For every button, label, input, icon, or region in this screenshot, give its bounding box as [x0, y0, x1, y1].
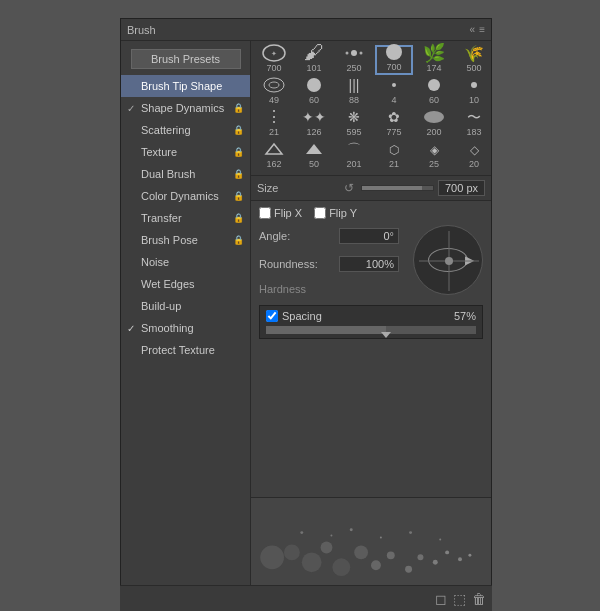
svg-text:⬡: ⬡: [389, 143, 399, 157]
size-reset-button[interactable]: ↺: [341, 180, 357, 196]
brush-size-18: 183: [466, 127, 481, 137]
menu-icon[interactable]: ≡: [479, 24, 485, 35]
sidebar-item-build-up[interactable]: Build-up: [121, 295, 250, 317]
flip-y-checkbox[interactable]: [314, 207, 326, 219]
brush-thumb-22[interactable]: ⬡ 21: [375, 141, 413, 171]
brush-size-4: 700: [386, 62, 401, 72]
flip-x-item: Flip X: [259, 207, 302, 219]
sidebar-item-transfer[interactable]: Transfer 🔒: [121, 207, 250, 229]
flip-y-item: Flip Y: [314, 207, 357, 219]
brush-thumb-13[interactable]: ⋮ 21: [255, 109, 293, 139]
svg-text:✦: ✦: [271, 50, 277, 57]
svg-point-14: [428, 79, 440, 91]
brush-thumb-10[interactable]: 4: [375, 77, 413, 107]
brush-thumb-7[interactable]: 49: [255, 77, 293, 107]
svg-text:🌿: 🌿: [423, 43, 446, 63]
flip-row: Flip X Flip Y: [259, 207, 483, 219]
svg-text:⌒: ⌒: [347, 141, 361, 157]
panel-icons: « ≡: [470, 24, 485, 35]
angle-value[interactable]: 0°: [339, 228, 399, 244]
sidebar-item-wet-edges[interactable]: Wet Edges: [121, 273, 250, 295]
svg-point-44: [468, 554, 471, 557]
sidebar-item-shape-dynamics[interactable]: ✓ Shape Dynamics 🔒: [121, 97, 250, 119]
brush-thumb-3[interactable]: 250: [335, 45, 373, 75]
lock-icon-brush-pose: 🔒: [233, 235, 244, 245]
spacing-checkbox[interactable]: [266, 310, 278, 322]
brush-thumb-15[interactable]: ❋ 595: [335, 109, 373, 139]
svg-point-10: [269, 82, 279, 88]
roundness-value[interactable]: 100%: [339, 256, 399, 272]
svg-text:⋮: ⋮: [266, 108, 282, 125]
sidebar-item-noise[interactable]: Noise: [121, 251, 250, 273]
brush-thumb-8[interactable]: 60: [295, 77, 333, 107]
sidebar-item-scattering[interactable]: Scattering 🔒: [121, 119, 250, 141]
brush-presets-button[interactable]: Brush Presets: [131, 49, 241, 69]
brush-size-22: 21: [389, 159, 399, 169]
sidebar-item-smoothing[interactable]: ✓ Smoothing: [121, 317, 250, 339]
svg-text:|||: |||: [349, 77, 360, 93]
svg-point-35: [332, 558, 350, 576]
sidebar-item-dual-brush[interactable]: Dual Brush 🔒: [121, 163, 250, 185]
hardness-label: Hardness: [259, 281, 405, 295]
brush-thumb-24[interactable]: ◇ 20: [455, 141, 491, 171]
sidebar-label-dual-brush: Dual Brush: [141, 168, 231, 180]
check-smoothing: ✓: [127, 323, 141, 334]
spacing-slider-fill: [266, 326, 386, 334]
save-brush-icon[interactable]: ⬚: [453, 591, 466, 607]
brush-thumb-9[interactable]: ||| 88: [335, 77, 373, 107]
delete-brush-icon[interactable]: 🗑: [472, 591, 486, 607]
panel-title: Brush: [127, 24, 156, 36]
sidebar-item-protect-texture[interactable]: Protect Texture: [121, 339, 250, 361]
brush-size-16: 775: [386, 127, 401, 137]
brush-thumb-5[interactable]: 🌿 174: [415, 45, 453, 75]
flip-y-label: Flip Y: [329, 207, 357, 219]
lock-icon-color-dynamics: 🔒: [233, 191, 244, 201]
brush-thumb-21[interactable]: ⌒ 201: [335, 141, 373, 171]
sidebar-label-texture: Texture: [141, 146, 231, 158]
svg-point-3: [351, 50, 357, 56]
svg-point-48: [380, 537, 382, 539]
sidebar-item-color-dynamics[interactable]: Color Dynamics 🔒: [121, 185, 250, 207]
sidebar-item-brush-pose[interactable]: Brush Pose 🔒: [121, 229, 250, 251]
sidebar-item-texture[interactable]: Texture 🔒: [121, 141, 250, 163]
brush-grid: ✦ 700 🖌 101 250: [251, 41, 491, 176]
brush-size-1: 700: [266, 63, 281, 73]
brush-thumb-23[interactable]: ◈ 25: [415, 141, 453, 171]
brush-thumb-18[interactable]: 〜 183: [455, 109, 491, 139]
sidebar-item-brush-tip-shape[interactable]: Brush Tip Shape: [121, 75, 250, 97]
brush-thumb-12[interactable]: 10: [455, 77, 491, 107]
brush-thumb-14[interactable]: ✦✦ 126: [295, 109, 333, 139]
flip-x-label: Flip X: [274, 207, 302, 219]
size-slider[interactable]: [361, 185, 434, 191]
sidebar-label-shape-dynamics: Shape Dynamics: [141, 102, 231, 114]
spacing-slider[interactable]: [266, 326, 476, 334]
brush-thumb-16[interactable]: ✿ 775: [375, 109, 413, 139]
create-new-icon[interactable]: ◻: [435, 591, 447, 607]
brush-thumb-19[interactable]: 162: [255, 141, 293, 171]
collapse-icon[interactable]: «: [470, 24, 476, 35]
brush-thumb-4[interactable]: 700: [375, 45, 413, 75]
angle-visual[interactable]: ▶: [413, 225, 483, 295]
sidebar-label-color-dynamics: Color Dynamics: [141, 190, 231, 202]
brush-size-9: 88: [349, 95, 359, 105]
brush-thumb-1[interactable]: ✦ 700: [255, 45, 293, 75]
spacing-section: Spacing 57%: [259, 305, 483, 339]
angle-row: Angle: 0°: [259, 225, 405, 247]
spacing-slider-thumb: [381, 332, 391, 338]
bottom-toolbar: ◻ ⬚ 🗑: [120, 585, 492, 611]
brush-size-11: 60: [429, 95, 439, 105]
sidebar-label-transfer: Transfer: [141, 212, 231, 224]
lock-icon-dual-brush: 🔒: [233, 169, 244, 179]
svg-point-43: [458, 557, 462, 561]
size-value[interactable]: 700 px: [438, 180, 485, 196]
brush-thumb-6[interactable]: 🌾 500: [455, 45, 491, 75]
flip-x-checkbox[interactable]: [259, 207, 271, 219]
brush-thumb-17[interactable]: 200: [415, 109, 453, 139]
brush-size-2: 101: [306, 63, 321, 73]
brush-size-13: 21: [269, 127, 279, 137]
spacing-label: Spacing: [282, 310, 322, 322]
brush-thumb-11[interactable]: 60: [415, 77, 453, 107]
brush-thumb-20[interactable]: 50: [295, 141, 333, 171]
brush-size-12: 10: [469, 95, 479, 105]
brush-thumb-2[interactable]: 🖌 101: [295, 45, 333, 75]
